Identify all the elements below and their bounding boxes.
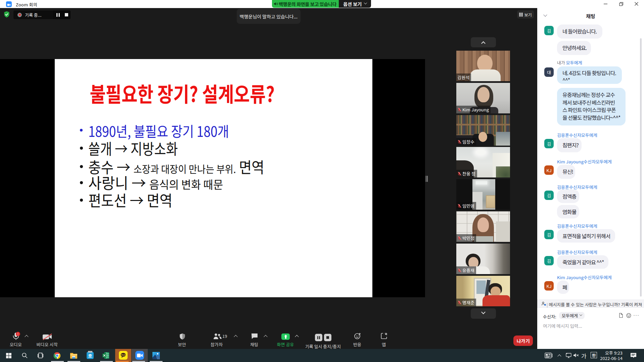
svg-text:TALK: TALK bbox=[121, 354, 126, 356]
